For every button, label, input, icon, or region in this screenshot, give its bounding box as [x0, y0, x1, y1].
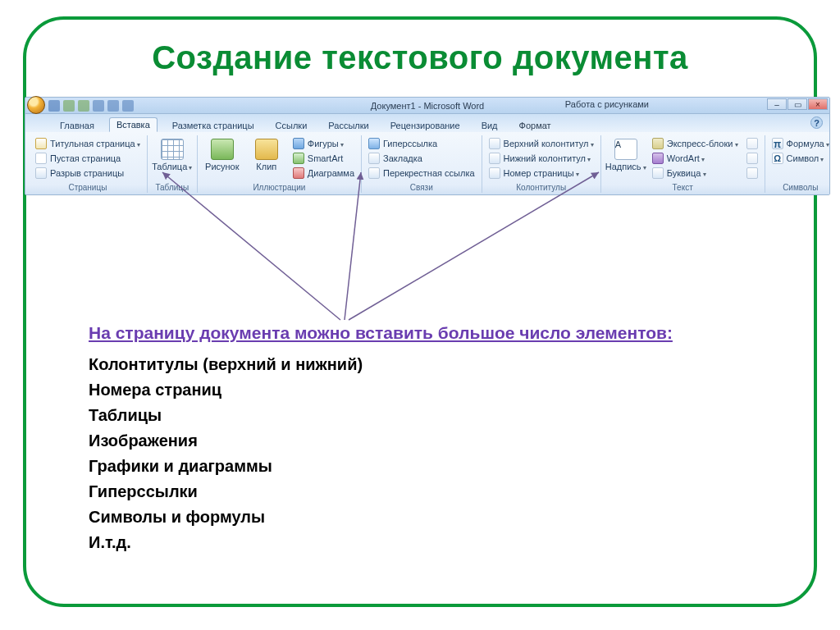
- quick-parts-icon: [652, 138, 664, 149]
- save-icon[interactable]: [48, 100, 60, 112]
- list-item: Номера страниц: [89, 377, 774, 403]
- equation-label: Формула: [787, 139, 829, 149]
- wordart-button[interactable]: WordArt: [651, 152, 740, 165]
- page-break-button[interactable]: Разрыв страницы: [34, 167, 142, 180]
- tab-layout[interactable]: Разметка страницы: [166, 119, 261, 132]
- group-tables-label: Таблицы: [153, 181, 192, 192]
- shapes-button[interactable]: Фигуры: [291, 137, 356, 150]
- datetime-button[interactable]: [745, 152, 760, 165]
- group-symbols-label: Символы: [770, 181, 831, 192]
- bookmark-label: Закладка: [383, 153, 422, 163]
- undo-icon[interactable]: [63, 100, 75, 112]
- shapes-label: Фигуры: [308, 139, 344, 149]
- slide-title: Создание текстового документа: [0, 39, 840, 76]
- contextual-tab-title: Работа с рисунками: [565, 99, 649, 109]
- table-button[interactable]: Таблица: [153, 137, 192, 174]
- table-button-label: Таблица: [152, 162, 192, 172]
- list-item: Графики и диаграммы: [89, 454, 774, 479]
- smartart-label: SmartArt: [308, 153, 343, 163]
- tab-mailings[interactable]: Рассылки: [322, 119, 375, 132]
- textbox-icon: A: [614, 139, 637, 160]
- signature-button[interactable]: [745, 137, 760, 150]
- minimize-button[interactable]: –: [767, 98, 787, 110]
- shapes-icon: [293, 138, 304, 149]
- slide-body: На страницу документа можно вставить бол…: [89, 320, 774, 555]
- quick-access-toolbar: [47, 100, 134, 112]
- header-button[interactable]: Верхний колонтитул: [487, 137, 596, 150]
- smartart-icon: [293, 153, 304, 164]
- equation-icon: π: [772, 138, 783, 149]
- ribbon-tabs: Главная Вставка Разметка страницы Ссылки…: [25, 114, 829, 132]
- group-headers-label: Колонтитулы: [487, 181, 596, 192]
- maximize-button[interactable]: ▭: [788, 98, 807, 110]
- datetime-icon: [746, 153, 758, 164]
- tab-insert[interactable]: Вставка: [109, 117, 158, 132]
- chart-icon: [293, 167, 304, 179]
- tab-view[interactable]: Вид: [475, 119, 504, 132]
- smartart-button[interactable]: SmartArt: [291, 152, 356, 165]
- cover-page-button[interactable]: Титульная страница: [34, 137, 142, 150]
- symbol-button[interactable]: Ω Символ: [770, 152, 831, 165]
- window-title: Документ1 - Microsoft Word: [25, 101, 829, 111]
- symbol-label: Символ: [787, 153, 824, 164]
- group-tables: Таблица Таблицы: [148, 135, 198, 193]
- signature-icon: [746, 138, 758, 149]
- qat-item-icon[interactable]: [107, 100, 119, 112]
- office-button[interactable]: [27, 96, 45, 114]
- dropcap-button[interactable]: Буквица: [651, 167, 740, 180]
- word-ribbon: Документ1 - Microsoft Word Работа с рису…: [25, 97, 830, 195]
- crossref-label: Перекрестная ссылка: [383, 168, 475, 178]
- qat-item-icon[interactable]: [93, 100, 104, 112]
- quick-parts-label: Экспресс-блоки: [667, 139, 738, 149]
- group-text: A Надпись Экспресс-блоки WordArt Буквица: [601, 135, 765, 193]
- qat-item-icon[interactable]: [122, 100, 134, 112]
- tab-review[interactable]: Рецензирование: [384, 119, 467, 132]
- tab-references[interactable]: Ссылки: [269, 119, 314, 132]
- footer-button[interactable]: Нижний колонтитул: [487, 152, 596, 165]
- body-heading: На страницу документа можно вставить бол…: [89, 320, 774, 347]
- crossref-button[interactable]: Перекрестная ссылка: [367, 167, 477, 180]
- dropcap-icon: [652, 167, 664, 179]
- tab-home[interactable]: Главная: [53, 119, 101, 132]
- page-break-icon: [35, 167, 47, 179]
- help-button[interactable]: ?: [810, 116, 823, 129]
- redo-icon[interactable]: [78, 100, 89, 112]
- wordart-icon: [652, 153, 664, 164]
- cover-page-label: Титульная страница: [50, 139, 140, 149]
- hyperlink-label: Гиперссылка: [383, 139, 437, 148]
- hyperlink-button[interactable]: Гиперссылка: [367, 137, 477, 150]
- textbox-label: Надпись: [605, 162, 646, 172]
- bookmark-button[interactable]: Закладка: [367, 152, 477, 165]
- close-button[interactable]: ×: [808, 98, 828, 110]
- page-break-label: Разрыв страницы: [50, 168, 124, 178]
- clip-icon: [255, 139, 278, 160]
- group-symbols: π Формула Ω Символ Символы: [765, 135, 836, 193]
- title-bar: Документ1 - Microsoft Word Работа с рису…: [25, 98, 829, 114]
- list-item: Таблицы: [89, 403, 774, 428]
- picture-label: Рисунок: [205, 162, 240, 171]
- hyperlink-icon: [368, 138, 380, 149]
- group-pages: Титульная страница Пустая страница Разры…: [29, 135, 148, 193]
- list-item: И.т.д.: [89, 530, 774, 555]
- page-number-button[interactable]: Номер страницы: [487, 167, 596, 180]
- chart-button[interactable]: Диаграмма: [291, 167, 356, 180]
- object-button[interactable]: [745, 167, 760, 180]
- page-number-icon: [489, 167, 500, 179]
- group-headers: Верхний колонтитул Нижний колонтитул Ном…: [482, 135, 601, 193]
- footer-icon: [489, 153, 500, 164]
- blank-page-button[interactable]: Пустая страница: [34, 152, 142, 165]
- list-item: Гиперссылки: [89, 479, 774, 504]
- group-illustrations: Рисунок Клип Фигуры SmartArt: [198, 135, 362, 193]
- group-illustrations-label: Иллюстрации: [203, 181, 356, 192]
- equation-button[interactable]: π Формула: [770, 137, 831, 150]
- blank-page-label: Пустая страница: [50, 153, 121, 163]
- crossref-icon: [368, 167, 380, 179]
- picture-button[interactable]: Рисунок: [203, 137, 242, 173]
- list-item: Колонтитулы (верхний и нижний): [89, 352, 774, 377]
- cover-page-icon: [35, 138, 47, 149]
- quick-parts-button[interactable]: Экспресс-блоки: [651, 137, 740, 150]
- textbox-button[interactable]: A Надпись: [606, 137, 646, 174]
- clip-button[interactable]: Клип: [247, 137, 286, 173]
- tab-format[interactable]: Формат: [513, 119, 558, 132]
- object-icon: [746, 167, 758, 179]
